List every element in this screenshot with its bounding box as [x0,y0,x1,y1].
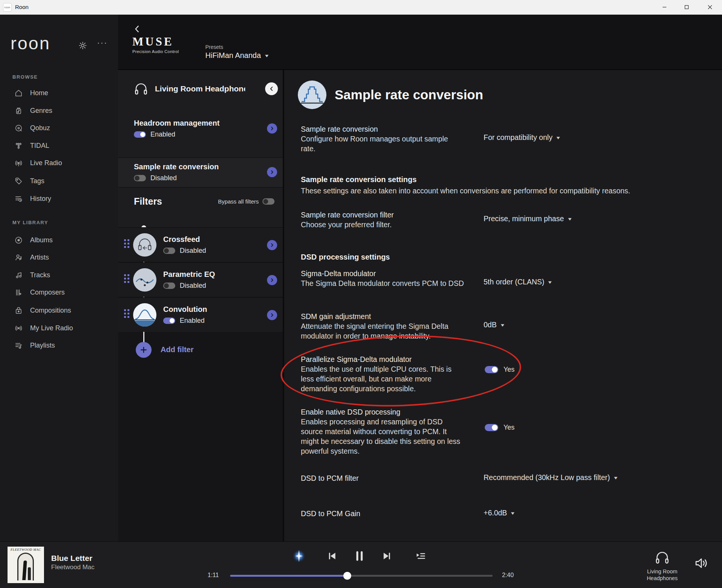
close-button[interactable] [700,0,720,14]
drag-handle-icon[interactable] [124,274,129,286]
sidebar-item-home[interactable]: Home [0,84,118,102]
settings-main: Sample rate conversion Sample rate conve… [284,70,722,541]
filters-header-block: Filters Bypass all filters [118,188,283,227]
parallelize-sdm-toggle-group: Yes [485,366,514,374]
elapsed-time: 1:11 [208,572,219,579]
muse-logo: MUSE Precision Audio Control [132,35,179,54]
sidebar-item-composers[interactable]: Composers [0,284,118,301]
chevron-down-icon: ▼ [613,476,619,480]
more-options-icon[interactable]: ··· [97,38,108,48]
headroom-chevron-right-icon[interactable] [267,123,277,134]
tracks-icon [14,270,23,280]
sidebar-item-tidal[interactable]: TIDAL [0,137,118,155]
maximize-button[interactable] [677,0,696,14]
filter-row-crossfeed[interactable]: Crossfeed Disabled [118,227,283,262]
src-mode-dropdown[interactable]: For compatibility only▼ [484,133,560,142]
src-block[interactable]: Sample rate conversion Disabled [118,158,283,187]
sidebar-item-genres[interactable]: Genres [0,102,118,120]
headroom-toggle[interactable] [134,131,146,138]
convolution-icon [133,303,156,327]
bypass-filters-label: Bypass all filters [218,198,259,205]
seek-bar-progress [230,575,347,577]
compositions-icon [14,306,23,316]
genres-icon [14,106,23,116]
home-icon [14,88,23,98]
pause-button[interactable] [349,548,370,564]
native-dsd-toggle-group: Yes [485,424,514,432]
now-playing-track[interactable]: Blue Letter [51,554,93,563]
roon-radio-sparkle-icon[interactable] [288,548,309,564]
sidebar-item-my-live-radio[interactable]: My Live Radio [0,319,118,337]
bypass-filters-toggle[interactable] [262,198,275,205]
window-titlebar: roon Roon [0,0,722,15]
device-block: Living Room Headphones Headroom manageme… [118,70,283,157]
crossfeed-icon [133,233,156,257]
add-filter-plus-icon[interactable] [136,342,152,358]
next-track-button[interactable] [376,548,397,564]
previous-track-button[interactable] [322,548,343,564]
drag-handle-icon[interactable] [124,309,129,321]
src-chevron-right-icon[interactable] [267,167,277,177]
filter-row-parametric-eq[interactable]: Parametric EQ Disabled [118,262,283,297]
sidebar-item-compositions[interactable]: Compositions [0,302,118,319]
setting-row-dsd-to-pcm-gain: DSD to PCM Gain +6.0dB▼ [301,509,714,518]
sidebar-item-playlists[interactable]: Playlists [0,337,118,354]
setting-row-src-filter: Sample rate conversion filter Choose you… [301,210,714,229]
native-dsd-toggle[interactable] [485,424,498,431]
parametric-eq-chevron-right-icon[interactable] [267,275,277,285]
setting-row-native-dsd: Enable native DSD processing Enables pro… [301,407,714,456]
setting-row-parallelize-sdm: Parallelize Sigma-Delta modulator Enable… [301,354,714,394]
settings-gear-icon[interactable] [78,41,87,50]
dsd-pcm-gain-dropdown[interactable]: +6.0dB▼ [484,509,515,517]
crossfeed-chevron-right-icon[interactable] [267,240,277,250]
parametric-eq-toggle[interactable] [163,283,175,289]
src-toggle[interactable] [134,175,146,181]
filter-row-convolution[interactable]: Convolution Enabled [118,297,283,332]
parametric-eq-icon [133,268,156,292]
parallelize-sdm-toggle[interactable] [485,366,498,373]
tag-icon [14,176,23,186]
queue-icon[interactable] [410,548,431,564]
sidebar-item-tags[interactable]: Tags [0,172,118,190]
dsd-pcm-filter-dropdown[interactable]: Recommended (30kHz Low pass filter)▼ [484,473,618,482]
seek-handle[interactable] [343,572,351,580]
sidebar: roon ··· BROWSE Home Genres Qobuz TIDAL … [0,15,118,541]
sidebar-item-tracks[interactable]: Tracks [0,266,118,284]
now-playing-artist[interactable]: Fleetwood Mac [51,564,94,571]
sidebar-item-live-radio[interactable]: Live Radio [0,154,118,172]
album-art[interactable]: FLEETWOOD MAC [8,547,44,583]
headphones-icon [133,81,149,97]
zone-picker[interactable]: Living RoomHeadphones [637,549,687,582]
section-src-settings: Sample rate conversion settings These se… [301,175,714,196]
back-button[interactable] [132,24,144,35]
chevron-down-icon: ▼ [500,323,505,327]
live-radio-icon [14,158,23,168]
sample-rate-conversion-icon [298,81,326,109]
collapse-panel-button[interactable] [265,82,278,95]
sidebar-item-albums[interactable]: Albums [0,231,118,249]
seek-bar[interactable] [230,575,493,577]
sidebar-item-artists[interactable]: Artists [0,249,118,266]
albums-icon [14,236,23,245]
headroom-title: Headroom management [134,119,220,128]
src-filter-dropdown[interactable]: Precise, minimum phase▼ [484,214,572,223]
drag-handle-icon[interactable] [124,239,129,251]
sidebar-item-history[interactable]: History [0,190,118,208]
minimize-button[interactable] [655,0,674,14]
volume-icon[interactable] [693,555,709,571]
artists-icon [14,253,23,263]
setting-row-dsd-to-pcm-filter: DSD to PCM filter Recommended (30kHz Low… [301,473,714,483]
window-title: Roon [15,4,29,10]
crossfeed-toggle[interactable] [163,248,175,254]
presets-dropdown[interactable]: Presets HiFiMan Ananda▼ [205,44,269,60]
convolution-chevron-right-icon[interactable] [267,310,277,320]
convolution-toggle[interactable] [163,318,175,324]
add-filter-row[interactable]: Add filter [118,332,283,368]
chevron-down-icon: ▼ [264,53,270,58]
sidebar-item-qobuz[interactable]: Qobuz [0,119,118,137]
sdm-order-dropdown[interactable]: 5th order (CLANS)▼ [484,278,552,286]
section-dsd-processing: DSD processing settings [301,252,714,262]
sdm-gain-dropdown[interactable]: 0dB▼ [484,321,505,329]
player-bar: FLEETWOOD MAC Blue Letter Fleetwood Mac … [0,541,722,588]
album-art-arch [17,553,34,580]
